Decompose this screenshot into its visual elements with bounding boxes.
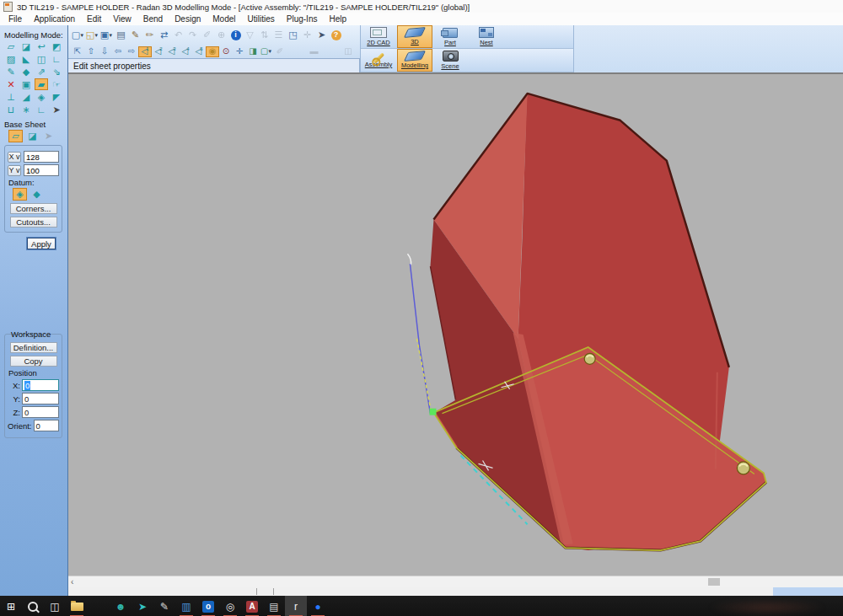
menu-plugins[interactable]: Plug-Ins: [281, 13, 324, 24]
print-icon[interactable]: ▤: [114, 29, 128, 42]
sheet-y-input[interactable]: [24, 164, 59, 176]
render-icon[interactable]: ⊙: [219, 46, 233, 57]
files-button[interactable]: ▥: [175, 596, 197, 616]
title-bar[interactable]: 3D TIL219 - SAMPLE HOLDER - Radan 3D Mod…: [0, 0, 843, 13]
start-button[interactable]: ⊞: [0, 596, 22, 616]
layout-single-icon[interactable]: ▬: [308, 46, 321, 57]
notes-button[interactable]: ✎: [153, 596, 175, 616]
corner-bend-tool[interactable]: ∟: [50, 53, 63, 65]
copy-view-icon[interactable]: ◨: [246, 46, 260, 57]
info-icon[interactable]: i: [228, 29, 243, 42]
probe-icon[interactable]: ✐: [273, 46, 287, 57]
chamfer-tool[interactable]: ◤: [50, 91, 63, 103]
search-button[interactable]: [22, 596, 44, 616]
apply-button[interactable]: Apply: [27, 238, 56, 249]
firefox-button[interactable]: [88, 596, 110, 616]
menu-application[interactable]: Application: [28, 13, 81, 24]
menu-model[interactable]: Model: [207, 13, 241, 24]
delete-tool[interactable]: ✕: [4, 78, 18, 90]
radan-button[interactable]: r: [285, 596, 307, 616]
mode-part[interactable]: Part: [432, 25, 469, 48]
definition-button[interactable]: Definition...: [10, 342, 57, 353]
new-icon[interactable]: ▢▼: [71, 29, 85, 42]
redo-icon[interactable]: ↷: [185, 29, 200, 42]
mode-assembly[interactable]: Assembly: [361, 49, 397, 72]
iso-view-5-icon[interactable]: ◁5: [192, 46, 206, 57]
menu-view[interactable]: View: [107, 13, 137, 24]
target-button[interactable]: ◎: [219, 596, 241, 616]
iso-view-1-icon[interactable]: ◁1: [138, 46, 152, 57]
y-dimension-button[interactable]: Y v: [8, 165, 21, 176]
outlook-button[interactable]: o: [197, 596, 219, 616]
transform-sheet-tool[interactable]: ▰: [35, 78, 48, 90]
bend-tool[interactable]: ◩: [50, 40, 63, 52]
snap-icon[interactable]: ⊕: [214, 29, 228, 42]
box-tool[interactable]: ◫: [35, 53, 48, 65]
mode-2d-cad[interactable]: 2D CAD: [361, 25, 397, 48]
context-help-icon[interactable]: ➤: [314, 29, 329, 42]
position-x-field[interactable]: 0: [22, 379, 59, 391]
sort-icon[interactable]: ⇅: [257, 29, 271, 42]
iso-view-4-icon[interactable]: ◁4: [179, 46, 192, 57]
scanner-button[interactable]: ▤: [263, 596, 285, 616]
menu-utilities[interactable]: Utilities: [242, 13, 281, 24]
menu-design[interactable]: Design: [169, 13, 207, 24]
rect-sheet-icon[interactable]: ▱: [8, 130, 23, 142]
explode-tool[interactable]: ∗: [19, 104, 33, 115]
save-icon[interactable]: ▣▼: [99, 29, 114, 42]
import-sheet-tool[interactable]: ⇘: [50, 66, 63, 78]
menu-bend[interactable]: Bend: [137, 13, 169, 24]
export-sheet-tool[interactable]: ⇗: [35, 66, 48, 78]
mode-modelling[interactable]: Modelling: [397, 49, 432, 72]
flat-view-icon[interactable]: ⇱: [71, 46, 84, 57]
iso-view-3-icon[interactable]: ◁3: [165, 46, 179, 57]
viewport-canvas[interactable]: [68, 74, 843, 576]
position-z-field[interactable]: 0: [22, 406, 59, 418]
fold-tool[interactable]: ◪: [19, 40, 33, 52]
cad-cursor-button[interactable]: ➤: [132, 596, 153, 616]
nudge-right-icon[interactable]: ⇨: [125, 46, 138, 57]
select-tool[interactable]: ➤: [50, 104, 63, 115]
solid-tool[interactable]: ◈: [35, 91, 48, 103]
poly-sheet-icon[interactable]: ◪: [26, 131, 39, 142]
windows-icon[interactable]: ◳: [286, 29, 300, 42]
bracket-tool[interactable]: ∟: [35, 104, 48, 115]
measure-icon[interactable]: ✐: [200, 29, 214, 42]
iso-view-2-icon[interactable]: ◁2: [152, 46, 165, 57]
position-y-field[interactable]: 0: [22, 393, 59, 404]
scroll-left-icon[interactable]: ‹: [68, 578, 73, 587]
access-button[interactable]: A: [241, 596, 263, 616]
edit-pencil-icon[interactable]: ✎: [128, 29, 142, 42]
filter-icon[interactable]: ▽: [243, 29, 257, 42]
copy-button[interactable]: Copy: [10, 356, 57, 367]
edit-style-icon[interactable]: ✏: [142, 29, 157, 42]
menu-edit[interactable]: Edit: [81, 13, 107, 24]
copy-sheet-tool[interactable]: ▣: [19, 78, 33, 90]
nudge-up-icon[interactable]: ⇧: [84, 46, 98, 57]
undo-icon[interactable]: ↶: [171, 29, 185, 42]
dimension-tool[interactable]: ⊥: [4, 91, 18, 103]
menu-help[interactable]: Help: [323, 13, 352, 24]
people-button[interactable]: ☻: [110, 596, 132, 616]
datum-center-icon[interactable]: ◆: [30, 189, 43, 200]
open-icon[interactable]: ◱▼: [85, 29, 99, 42]
export-view-icon[interactable]: ▢▼: [260, 46, 273, 57]
mode-scene[interactable]: Scene: [432, 49, 469, 72]
pick-icon[interactable]: ✛: [300, 29, 314, 42]
unfold-tool[interactable]: ↩: [35, 40, 48, 52]
nudge-left-icon[interactable]: ⇦: [111, 46, 125, 57]
move-hand-tool[interactable]: ☞: [50, 78, 63, 90]
task-view-button[interactable]: ◫: [44, 596, 66, 616]
blue-app-button[interactable]: ●: [307, 596, 329, 616]
sheet-x-input[interactable]: [24, 151, 59, 163]
split-tool[interactable]: ◣: [19, 53, 33, 65]
replace-sheet-icon[interactable]: ⇄: [157, 29, 171, 42]
layout-split-icon[interactable]: ◫: [341, 46, 355, 57]
datum-corner-icon[interactable]: ◈: [13, 188, 27, 201]
shaded-view-icon[interactable]: ◉: [206, 46, 219, 57]
corners-button[interactable]: Corners...: [10, 203, 57, 214]
curve-tool[interactable]: ⊔: [4, 104, 18, 115]
file-explorer-button[interactable]: [66, 596, 88, 616]
imported-sheet-icon[interactable]: ➤: [42, 131, 55, 142]
check-sheet-tool[interactable]: ▨: [4, 53, 18, 65]
